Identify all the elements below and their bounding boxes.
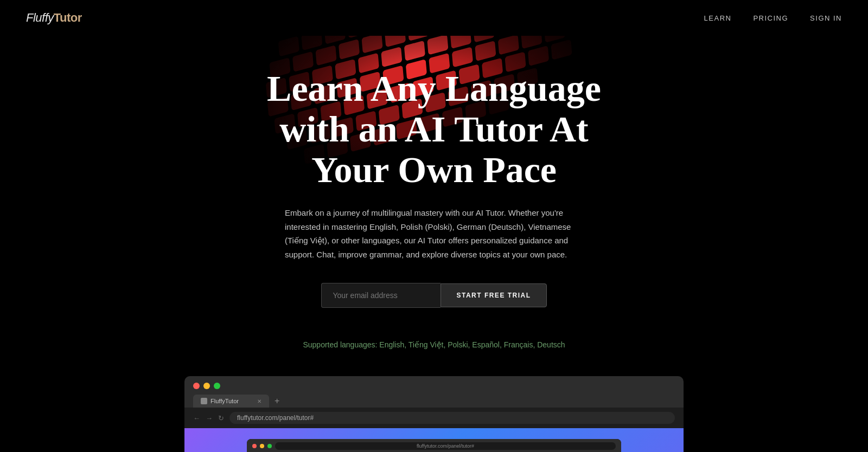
logo[interactable]: FluffyTutor: [26, 11, 82, 25]
browser-tab-bar: FluffyTutor ✕ +: [193, 395, 675, 408]
email-input[interactable]: [321, 283, 441, 308]
inner-dot-yellow: [260, 444, 264, 448]
tab-label: FluffyTutor: [210, 398, 239, 404]
cta-row: START FREE TRIAL: [266, 283, 602, 308]
inner-dot-red: [252, 444, 257, 448]
reload-button[interactable]: ↻: [218, 414, 224, 422]
supported-languages: Supported languages: English, Tiếng Việt…: [303, 340, 565, 349]
hero-subtitle: Embark on a journey of multilingual mast…: [285, 206, 583, 261]
logo-fluffy: Fluffy: [26, 11, 54, 24]
browser-traffic-lights: [193, 383, 675, 389]
lang-list: English, Tiếng Việt, Polski, Español, Fr…: [379, 340, 565, 349]
browser-mockup: FluffyTutor ✕ + ← → ↻ fluffytutor.com/pa…: [184, 376, 684, 452]
hero-content: Learn Any Language with an AI Tutor At Y…: [266, 68, 602, 340]
forward-button[interactable]: →: [206, 414, 213, 422]
nav-learn[interactable]: LEARN: [704, 14, 732, 22]
browser-tab[interactable]: FluffyTutor ✕: [193, 395, 269, 408]
close-dot[interactable]: [193, 383, 200, 389]
navbar: FluffyTutor LEARN PRICING SIGN IN: [0, 0, 868, 36]
inner-browser-chrome: fluffytutor.com/panel/tutor#: [247, 439, 621, 452]
address-field[interactable]: fluffytutor.com/panel/tutor#: [229, 412, 675, 424]
hero-section: /* grid rendered via SVG rects */: [0, 36, 868, 452]
inner-dot-green: [267, 444, 272, 448]
maximize-dot[interactable]: [214, 383, 220, 389]
nav-pricing[interactable]: PRICING: [753, 14, 788, 22]
browser-address-bar: ← → ↻ fluffytutor.com/panel/tutor#: [184, 408, 684, 428]
start-trial-button[interactable]: START FREE TRIAL: [441, 283, 546, 307]
nav-links: LEARN PRICING SIGN IN: [704, 14, 842, 22]
inner-browser: fluffytutor.com/panel/tutor# FluffyTutor…: [247, 439, 621, 452]
tab-favicon: [201, 398, 207, 404]
minimize-dot[interactable]: [203, 383, 210, 389]
tab-close-button[interactable]: ✕: [257, 398, 261, 404]
back-button[interactable]: ←: [193, 414, 200, 422]
inner-address: fluffytutor.com/panel/tutor#: [275, 442, 616, 450]
browser-content-area: fluffytutor.com/panel/tutor# FluffyTutor…: [184, 428, 684, 452]
browser-chrome-bar: FluffyTutor ✕ +: [184, 376, 684, 408]
lang-label: Supported languages:: [303, 340, 379, 349]
new-tab-button[interactable]: +: [271, 396, 283, 406]
hero-title: Learn Any Language with an AI Tutor At Y…: [266, 68, 602, 190]
logo-tutor: Tutor: [54, 11, 82, 24]
nav-signin[interactable]: SIGN IN: [810, 14, 842, 22]
